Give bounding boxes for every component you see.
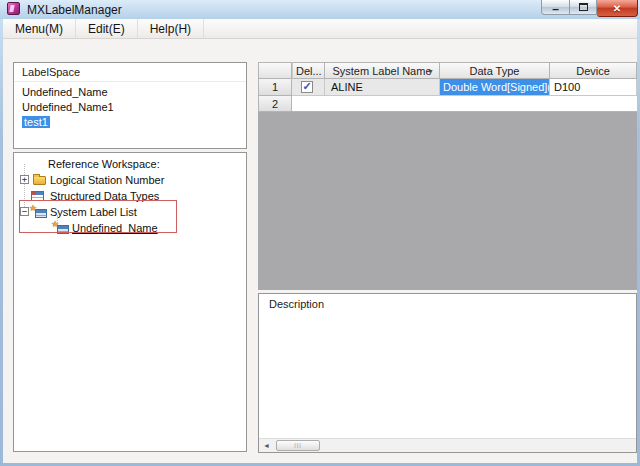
system-label-icon: ★ [53,222,69,234]
app-window: MXLabelManager – ✕ Menu(M) Edit(E) Help(… [0,0,640,466]
star-icon: ★ [29,203,37,213]
title-bar: MXLabelManager – ✕ [0,0,640,19]
grid-cell-data-type-selected[interactable]: Double Word[Signed](0... [440,79,550,96]
sort-down-icon[interactable]: ▼ [427,64,434,79]
grid-header-data-type[interactable]: Data Type [440,62,550,79]
grid-cell-name[interactable]: ALINE [325,79,440,96]
tree-node-reference-workspace[interactable]: Reference Workspace: [14,156,244,172]
minimize-button[interactable]: – [541,0,570,15]
caption-buttons: – ✕ [541,0,638,17]
maximize-button[interactable] [570,0,597,15]
tree-node-undefined-name[interactable]: ★ Undefined_Name [14,220,244,236]
tree-node-system-label-list[interactable]: − ★ System Label List [14,204,244,220]
description-content [260,314,635,437]
grid-corner-header[interactable] [258,62,292,79]
grid-header-device[interactable]: Device [550,62,637,79]
labelspace-item-label: test1 [22,116,50,128]
labelspace-header: LabelSpace [14,63,246,82]
close-icon: ✕ [613,3,621,14]
structured-data-types-icon [31,191,44,201]
star-icon: ★ [51,219,59,229]
labelspace-item-label: Undefined_Name [22,86,108,98]
tree-node-label: Structured Data Types [50,190,159,202]
menu-item-menu[interactable]: Menu(M) [3,19,76,38]
scroll-left-icon: ◄ [263,442,270,449]
system-label-list-icon: ★ [31,206,47,218]
grid-header-system-label-name[interactable]: System Label Name ▼ [325,62,440,79]
description-panel: Description ◄ ||| [258,293,637,453]
description-header: Description [259,294,636,310]
grid-header-label: System Label Name [332,65,431,77]
menu-item-edit[interactable]: Edit(E) [76,19,138,38]
labelspace-item[interactable]: Undefined_Name1 [14,100,246,115]
tree-node-structured-data-types[interactable]: Structured Data Types [14,188,244,204]
labelspace-item-label: Undefined_Name1 [22,101,114,113]
system-label-grid: Del... System Label Name ▼ Data Type Dev… [258,62,637,290]
menu-item-help[interactable]: Help(H) [138,19,204,38]
checkbox-checked[interactable]: ✓ [301,81,313,93]
grid-row-header[interactable]: 2 [258,96,292,112]
labelspace-panel: LabelSpace Undefined_Name Undefined_Name… [13,62,247,149]
labelspace-item[interactable]: Undefined_Name [14,85,246,100]
check-icon: ✓ [302,81,312,91]
app-icon [7,2,20,15]
grid-cell-device[interactable]: D100 [550,79,637,96]
menu-bar: Menu(M) Edit(E) Help(H) [3,19,637,39]
grid-empty-row[interactable] [292,96,637,112]
grid-cell-del[interactable]: ✓ [292,79,325,96]
horizontal-scrollbar[interactable]: ◄ ||| [259,438,636,452]
tree-node-label: System Label List [50,206,137,218]
folder-icon [33,176,46,185]
scroll-left-button[interactable]: ◄ [260,440,273,452]
window-title: MXLabelManager [27,3,122,17]
tree-node-label: Logical Station Number [50,174,164,186]
workspace-tree-panel: Reference Workspace: + Logical Station N… [13,152,247,452]
minimize-icon: – [552,6,559,12]
labelspace-item-selected[interactable]: test1 [14,115,246,130]
grid-header-del[interactable]: Del... [292,62,325,79]
scrollbar-grip-icon: ||| [294,442,302,448]
close-button[interactable]: ✕ [597,0,638,17]
scrollbar-thumb[interactable]: ||| [276,440,320,451]
tree-node-logical-station-number[interactable]: + Logical Station Number [14,172,244,188]
grid-row-header[interactable]: 1 [258,79,292,96]
maximize-icon [579,3,588,11]
tree-node-label: Reference Workspace: [48,158,160,170]
tree-node-label: Undefined_Name [72,222,158,234]
expand-plus-icon[interactable]: + [20,175,29,184]
collapse-minus-icon[interactable]: − [20,207,29,216]
